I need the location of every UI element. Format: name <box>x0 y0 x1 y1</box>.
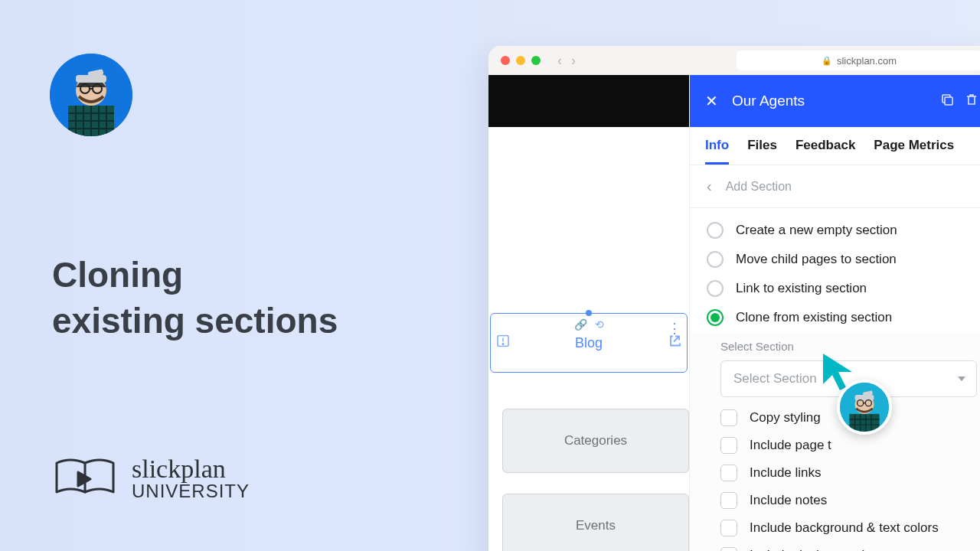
breadcrumb[interactable]: ‹ Add Section <box>690 165 980 208</box>
check-label: Include notes <box>750 493 827 508</box>
svg-rect-23 <box>945 97 952 105</box>
app-topbar <box>488 75 689 127</box>
panel-title: Our Agents <box>732 93 805 109</box>
radio-label: Clone from existing section <box>736 310 892 325</box>
link-icon[interactable]: 🔗 <box>574 318 587 331</box>
breadcrumb-label: Add Section <box>726 180 792 194</box>
lock-icon: 🔒 <box>822 56 832 66</box>
check-label: Include links <box>750 465 822 481</box>
address-bar[interactable]: 🔒 slickplan.com <box>737 51 980 70</box>
slickplan-university-logo: slickplan UNIVERSITY <box>52 455 250 501</box>
card-title: Events <box>576 518 616 533</box>
select-placeholder: Select Section <box>733 371 817 386</box>
chevron-down-icon <box>958 377 965 381</box>
headline-line1: Cloning <box>52 253 338 298</box>
avatar-illustration <box>50 54 132 136</box>
external-link-icon[interactable] <box>668 335 681 351</box>
panel-tabs: Info Files Feedback Page Metrics <box>690 127 980 165</box>
tab-files[interactable]: Files <box>747 138 777 165</box>
card-title: Categories <box>564 433 627 448</box>
page-card-categories[interactable]: Categories <box>502 409 689 473</box>
svg-point-20 <box>502 344 504 345</box>
svg-line-21 <box>674 337 679 342</box>
maximize-dot[interactable] <box>531 56 541 65</box>
address-text: slickplan.com <box>837 55 897 67</box>
trash-icon[interactable] <box>965 93 978 110</box>
logo-script: slickplan <box>132 456 250 482</box>
section-type-options: Create a new empty section Move child pa… <box>690 208 980 332</box>
properties-panel: ✕ Our Agents Info Files Feedback Page Me… <box>689 75 980 551</box>
headline-line2: existing sections <box>52 298 338 344</box>
chevron-left-icon[interactable]: ‹ <box>707 178 712 195</box>
connector-handle[interactable] <box>586 310 592 316</box>
check-label: Include design mockups <box>750 548 889 551</box>
duplicate-icon[interactable] <box>940 93 954 110</box>
page-card-events[interactable]: Events <box>502 494 689 551</box>
radio-create-empty[interactable]: Create a new empty section <box>707 222 977 239</box>
clone-options-checklist: Copy styling Include page t Include link… <box>690 397 980 551</box>
radio-clone-existing[interactable]: Clone from existing section <box>707 309 977 326</box>
check-label: Include page t <box>750 438 831 453</box>
check-include-links[interactable]: Include links <box>720 465 977 481</box>
minimize-dot[interactable] <box>516 56 525 65</box>
radio-label: Create a new empty section <box>736 223 897 238</box>
close-icon[interactable]: ✕ <box>705 92 718 110</box>
slide-headline: Cloning existing sections <box>52 253 338 344</box>
tab-feedback[interactable]: Feedback <box>795 138 855 165</box>
nav-forward-icon[interactable]: › <box>571 53 576 69</box>
nav-back-icon[interactable]: ‹ <box>557 53 562 69</box>
radio-move-child[interactable]: Move child pages to section <box>707 251 977 268</box>
check-label: Include background & text colors <box>750 520 939 536</box>
radio-label: Link to existing section <box>736 281 867 296</box>
check-include-mockups[interactable]: Include design mockups <box>720 547 977 551</box>
panel-header: ✕ Our Agents <box>690 75 980 127</box>
card-title: Blog <box>575 335 603 351</box>
browser-chrome: ‹ › 🔒 slickplan.com <box>488 46 980 75</box>
select-section-label: Select Section <box>720 340 977 353</box>
sitemap-canvas[interactable]: 🔗 ⟲ ⋮ Blog Categories Events <box>488 75 689 551</box>
book-play-icon <box>52 455 118 501</box>
radio-link-existing[interactable]: Link to existing section <box>707 280 977 297</box>
refresh-icon[interactable]: ⟲ <box>595 318 604 331</box>
tab-page-metrics[interactable]: Page Metrics <box>874 138 954 165</box>
browser-window: ‹ › 🔒 slickplan.com 🔗 ⟲ ⋮ <box>488 46 980 551</box>
check-include-colors[interactable]: Include background & text colors <box>720 520 977 536</box>
check-label: Copy styling <box>750 410 821 425</box>
check-include-page-types[interactable]: Include page t <box>720 437 977 454</box>
radio-label: Move child pages to section <box>736 252 897 267</box>
presenter-cursor-avatar <box>837 380 892 435</box>
presenter-avatar <box>50 54 132 136</box>
warning-icon[interactable] <box>497 335 509 351</box>
page-card-blog[interactable]: 🔗 ⟲ ⋮ Blog <box>490 313 688 373</box>
logo-caps: UNIVERSITY <box>132 482 250 500</box>
traffic-lights[interactable] <box>501 56 541 65</box>
svg-rect-26 <box>849 414 879 432</box>
tab-info[interactable]: Info <box>705 138 729 165</box>
check-include-notes[interactable]: Include notes <box>720 492 977 509</box>
close-dot[interactable] <box>501 56 510 65</box>
